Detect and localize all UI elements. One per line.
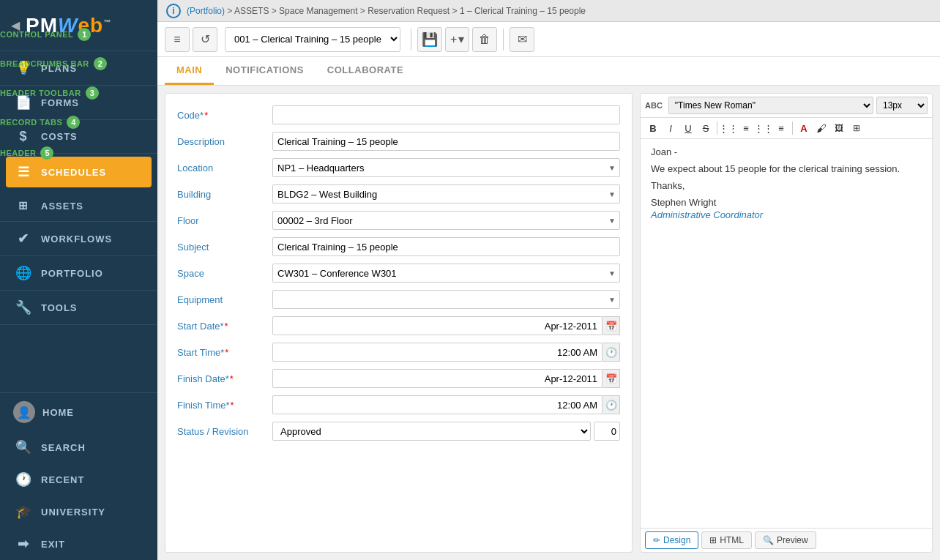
- sidebar-nav-search[interactable]: 🔍 SEARCH: [0, 431, 157, 463]
- form-row-start-date: Start Date* 📅: [177, 316, 620, 335]
- italic-button[interactable]: I: [663, 120, 679, 136]
- preview-button[interactable]: 🔍 Preview: [755, 531, 816, 549]
- space-select-wrap: CW301 – Conference W301 ▼: [272, 264, 620, 283]
- logo-text: PMWeb™: [26, 14, 111, 37]
- start-time-clock-icon[interactable]: 🕐: [603, 343, 620, 362]
- sidebar-label-schedules: SCHEDULES: [41, 167, 106, 178]
- sidebar-nav-tools[interactable]: 🔧 TOOLS: [0, 291, 157, 325]
- equipment-select-wrap: ▼: [272, 290, 620, 309]
- costs-icon: $: [13, 129, 34, 144]
- finish-time-input[interactable]: [272, 395, 603, 414]
- delete-button[interactable]: 🗑: [472, 27, 497, 52]
- status-select[interactable]: Approved Pending Rejected: [272, 422, 591, 441]
- history-button[interactable]: ↺: [193, 27, 217, 52]
- sidebar-nav-assets[interactable]: ⊞ ASSETS: [0, 190, 157, 222]
- sidebar-nav-workflows[interactable]: ✔ WORKFLOWS: [0, 222, 157, 256]
- sidebar: ◀ PMWeb™ 💡 PLANS 📄 FORMS $ COSTS ☰ SCHED…: [0, 0, 157, 560]
- sidebar-label-tools: TOOLS: [41, 302, 78, 313]
- description-label: Description: [177, 136, 272, 147]
- sidebar-nav-portfolio[interactable]: 🌐 PORTFOLIO: [0, 256, 157, 291]
- font-color-button[interactable]: A: [796, 120, 812, 136]
- justify-button[interactable]: ≡: [773, 120, 789, 136]
- info-icon[interactable]: i: [166, 4, 181, 18]
- tab-notifications[interactable]: NOTIFICATIONS: [214, 57, 316, 85]
- tab-main[interactable]: MAIN: [165, 57, 214, 85]
- editor-greeting: Joan -: [651, 146, 922, 157]
- record-select[interactable]: 001 – Clerical Training – 15 people: [225, 30, 400, 48]
- record-tabs: MAIN NOTIFICATIONS COLLABORATE: [157, 57, 940, 86]
- sidebar-nav-costs[interactable]: $ COSTS: [0, 120, 157, 154]
- code-input[interactable]: [272, 105, 620, 124]
- align-center-button[interactable]: ≡: [738, 120, 754, 136]
- editor-format-bar: B I U S ⋮⋮ ≡ ⋮⋮ ≡ A 🖌 🖼 ⊞: [641, 118, 932, 139]
- sidebar-label-forms: FORMS: [41, 97, 79, 108]
- sidebar-label-exit: EXIT: [41, 539, 65, 550]
- floor-select-wrap: 00002 – 3rd Floor ▼: [272, 211, 620, 230]
- email-button[interactable]: ✉: [510, 27, 534, 52]
- location-select[interactable]: NP1 – Headquarters: [272, 158, 620, 177]
- highlight-button[interactable]: 🖌: [813, 120, 829, 136]
- start-time-label: Start Time*: [177, 347, 272, 358]
- right-editor: ABC "Times New Roman" Arial Verdana 10px…: [640, 93, 933, 553]
- tab-collaborate[interactable]: COLLABORATE: [316, 57, 415, 85]
- finish-time-clock-icon[interactable]: 🕐: [603, 395, 620, 414]
- recent-icon: 🕐: [13, 471, 34, 488]
- start-time-input[interactable]: [272, 343, 603, 362]
- sidebar-nav-schedules[interactable]: ☰ SCHEDULES: [6, 157, 152, 187]
- location-select-wrap: NP1 – Headquarters ▼: [272, 158, 620, 177]
- html-button[interactable]: ⊞ HTML: [701, 531, 752, 549]
- form-row-finish-time: Finish Time* 🕐: [177, 395, 620, 414]
- space-select[interactable]: CW301 – Conference W301: [272, 264, 620, 283]
- sidebar-nav-forms[interactable]: 📄 FORMS: [0, 86, 157, 120]
- editor-thanks: Thanks,: [651, 180, 922, 191]
- floor-select[interactable]: 00002 – 3rd Floor: [272, 211, 620, 230]
- equipment-select[interactable]: [272, 290, 620, 309]
- underline-button[interactable]: U: [680, 120, 696, 136]
- align-left-button[interactable]: ⋮⋮: [720, 120, 736, 136]
- start-date-input[interactable]: [272, 316, 603, 335]
- sidebar-label-search: SEARCH: [41, 442, 86, 453]
- sidebar-bottom: 👤 HOME 🔍 SEARCH 🕐 RECENT 🎓 UNIVERSITY ➡ …: [0, 392, 157, 560]
- history-icon: ↺: [201, 32, 210, 46]
- strikethrough-button[interactable]: S: [698, 120, 714, 136]
- bold-button[interactable]: B: [645, 120, 661, 136]
- description-input[interactable]: [272, 132, 620, 151]
- sidebar-label-university: UNIVERSITY: [41, 507, 105, 518]
- sidebar-nav-university[interactable]: 🎓 UNIVERSITY: [0, 496, 157, 528]
- portfolio-icon: 🌐: [13, 265, 34, 281]
- sidebar-nav-recent[interactable]: 🕐 RECENT: [0, 463, 157, 496]
- signature-title: Administrative Coordinator: [651, 209, 922, 220]
- design-button[interactable]: ✏ Design: [645, 531, 698, 549]
- schedules-icon: ☰: [13, 164, 34, 180]
- design-label: Design: [663, 535, 690, 545]
- menu-button[interactable]: ≡: [165, 27, 190, 52]
- preview-icon: 🔍: [763, 535, 774, 545]
- finish-date-input[interactable]: [272, 369, 603, 388]
- format-separator-1: [717, 122, 717, 135]
- font-select[interactable]: "Times New Roman" Arial Verdana: [668, 97, 873, 114]
- sidebar-nav-home[interactable]: 👤 HOME: [0, 393, 157, 431]
- collapse-button[interactable]: ◀: [11, 18, 20, 32]
- start-date-calendar-icon[interactable]: 📅: [603, 316, 620, 335]
- subject-input[interactable]: [272, 237, 620, 256]
- revision-input[interactable]: [594, 422, 620, 441]
- toolbar-separator-2: [503, 29, 504, 51]
- align-right-button[interactable]: ⋮⋮: [756, 120, 772, 136]
- sidebar-nav-plans[interactable]: 💡 PLANS: [0, 51, 157, 86]
- form-row-code: Code*: [177, 105, 620, 124]
- breadcrumb-bar: i (Portfolio) > ASSETS > Space Managemen…: [157, 0, 940, 22]
- finish-date-calendar-icon[interactable]: 📅: [603, 369, 620, 388]
- sidebar-label-recent: RECENT: [41, 474, 84, 485]
- portfolio-link[interactable]: (Portfolio): [187, 6, 225, 16]
- add-button[interactable]: + ▾: [445, 27, 469, 52]
- building-select[interactable]: BLDG2 – West Building: [272, 184, 620, 204]
- table-button[interactable]: ⊞: [848, 120, 865, 136]
- sidebar-nav-exit[interactable]: ➡ EXIT: [0, 528, 157, 560]
- editor-content[interactable]: Joan - We expect about 15 people for the…: [641, 139, 932, 528]
- save-button[interactable]: 💾: [417, 27, 442, 52]
- size-select[interactable]: 10px 11px 12px 13px 14px 16px 18px: [876, 97, 928, 114]
- location-label: Location: [177, 163, 272, 173]
- image-button[interactable]: 🖼: [831, 120, 847, 136]
- design-icon: ✏: [653, 535, 660, 545]
- finish-time-label: Finish Time*: [177, 400, 272, 411]
